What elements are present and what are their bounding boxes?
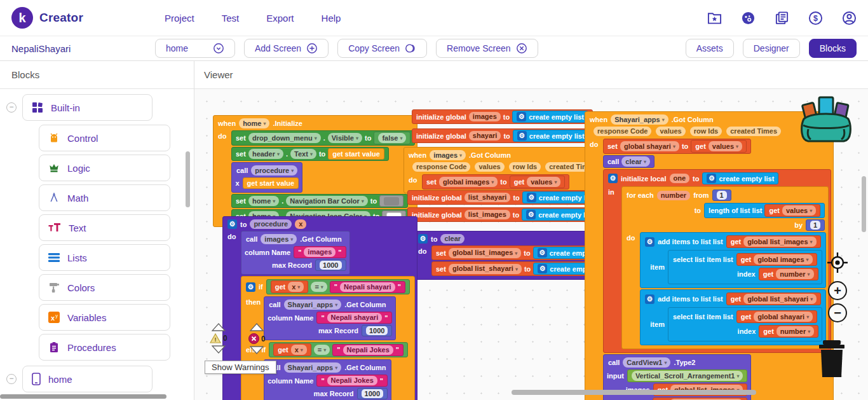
category-text[interactable]: Text (39, 214, 170, 241)
procedure-name-field[interactable]: procedure (250, 219, 292, 229)
property-dropdown[interactable]: Text (290, 149, 316, 159)
screen-dropdown[interactable]: home (239, 118, 269, 128)
blocks-canvas[interactable]: when home .Initialize do set drop_down_m… (194, 89, 868, 400)
param-row-ids[interactable]: row Ids (509, 162, 541, 172)
category-built-in[interactable]: Built-in (22, 94, 153, 121)
param-values[interactable]: values (656, 127, 685, 136)
block-if-elseif[interactable]: ⚙ if getx = "Nepali shayari" then (241, 276, 415, 400)
variable-dropdown[interactable]: number (776, 269, 813, 279)
category-variables[interactable]: xy Variables (39, 304, 170, 331)
block-create-empty-list[interactable]: ⚙create empty list (512, 111, 588, 123)
block-get-start-value[interactable]: get start value (328, 148, 384, 160)
number-field[interactable]: 1 (810, 221, 820, 230)
block-init-global-images[interactable]: initialize global images to ⚙create empt… (412, 109, 593, 124)
variable-dropdown[interactable]: global list_shayari (449, 264, 522, 274)
block-get-values[interactable]: getvalues (764, 204, 820, 217)
mutator-gear-icon[interactable]: ⚙ (418, 234, 428, 244)
logic-dropdown[interactable]: false (378, 133, 406, 143)
tab-designer[interactable]: Designer (743, 39, 800, 58)
block-get-global-list-images[interactable]: getglobal list_images (726, 235, 821, 248)
param-response-code[interactable]: response Code (593, 127, 651, 136)
block-when-images-gotcolumn[interactable]: when images .Got Column response Code va… (403, 147, 605, 193)
component-dropdown[interactable]: CardView1 (623, 357, 670, 368)
operator-dropdown[interactable]: = (314, 345, 330, 355)
block-get-global-shayari[interactable]: getglobal shayari (736, 310, 818, 323)
variable-name-field[interactable]: list_images (465, 210, 510, 219)
procedure-dropdown[interactable]: clear (621, 156, 650, 167)
block-get-number[interactable]: getnumber (759, 325, 818, 338)
category-logic[interactable]: Logic (39, 155, 170, 181)
block-add-items-images[interactable]: ⚙ add items to list list getglobal list_… (640, 232, 826, 288)
category-procedures[interactable]: Procedures (39, 334, 170, 361)
nav-help[interactable]: Help (322, 13, 341, 24)
screen-item-home[interactable]: home (22, 366, 153, 392)
component-dropdown[interactable]: images (261, 234, 297, 244)
account-icon[interactable] (842, 11, 857, 25)
number-field[interactable]: 1 (717, 191, 727, 200)
mutator-gear-icon[interactable]: ⚙ (645, 237, 654, 247)
nav-export[interactable]: Export (266, 13, 294, 24)
variable-dropdown[interactable]: global shayari (754, 312, 813, 322)
variable-dropdown[interactable]: x (291, 345, 307, 355)
nav-project[interactable]: Project (165, 13, 194, 24)
block-get-start-value[interactable]: get start value (243, 177, 299, 189)
text-field[interactable]: Nepali Jokes (343, 345, 393, 355)
mutator-gear-icon[interactable]: ⚙ (527, 193, 536, 202)
variable-dropdown[interactable]: global shayari (620, 141, 679, 151)
mutator-gear-icon[interactable]: ⚙ (517, 112, 526, 121)
kodular-logo[interactable]: k (11, 7, 33, 29)
tab-assets[interactable]: Assets (686, 39, 734, 58)
block-set-dropdownmenu-visible[interactable]: set drop_down_menu . Visible to false (231, 130, 415, 146)
add-screen-button[interactable]: Add Screen (244, 39, 329, 58)
property-dropdown[interactable]: Visible (328, 133, 362, 143)
block-text[interactable]: "Nepali shayari" (316, 312, 392, 324)
block-call-clear[interactable]: call clear (603, 155, 654, 168)
procedure-dropdown[interactable]: procedure (251, 165, 297, 176)
tab-blocks[interactable]: Blocks (809, 39, 857, 58)
category-math[interactable]: Math (39, 184, 170, 211)
news-icon[interactable] (775, 11, 789, 25)
block-set-global-images[interactable]: set global images to getvalues (422, 174, 569, 190)
block-get-x[interactable]: getx (271, 280, 309, 293)
number-field[interactable]: 1000 (362, 389, 383, 398)
variable-dropdown[interactable]: values (782, 205, 816, 216)
property-dropdown[interactable]: Navigation Bar Color (286, 196, 367, 206)
collapse-home-icon[interactable]: − (6, 374, 17, 384)
category-control[interactable]: Control (39, 125, 170, 151)
center-blocks-icon[interactable] (826, 251, 849, 277)
projects-folder-icon[interactable] (707, 11, 722, 24)
block-get-number[interactable]: getnumber (759, 268, 818, 280)
variable-name-field[interactable]: one (670, 174, 690, 183)
block-call-shayariapps-getcolumn[interactable]: call Shayari_apps .Get Column column Nam… (264, 359, 391, 400)
component-dropdown[interactable]: header (248, 149, 283, 159)
block-text-nepali-shayari[interactable]: "Nepali shayari" (330, 281, 405, 293)
block-call-images-getcolumn[interactable]: call images .Get Column column Name "ima… (241, 231, 350, 275)
remove-screen-button[interactable]: Remove Screen (436, 39, 538, 58)
backpack-icon[interactable] (799, 92, 853, 147)
color-swatch-gray[interactable] (384, 197, 399, 205)
component-dropdown[interactable]: Shayari_apps (284, 300, 342, 310)
component-dropdown[interactable]: drop_down_menu (248, 133, 321, 143)
block-for-each-number[interactable]: for each number from 1 to length of list… (621, 186, 829, 349)
block-when-home-initialize[interactable]: when home .Initialize do set drop_down_m… (213, 115, 417, 227)
community-icon[interactable] (741, 11, 756, 25)
block-call-procedure[interactable]: call procedure x get start value (231, 162, 302, 193)
arrow-down-icon[interactable] (212, 345, 226, 354)
block-equals-compare[interactable]: getx = "Nepali shayari" (266, 279, 410, 294)
block-get-values[interactable]: getvalues (691, 140, 747, 153)
variable-dropdown[interactable]: global list_images (743, 237, 816, 247)
mutator-gear-icon[interactable]: ⚙ (645, 294, 654, 304)
variable-dropdown[interactable]: global list_images (449, 248, 521, 258)
arrow-down-icon[interactable] (250, 346, 264, 354)
block-set-navbar-color[interactable]: set home . Navigation Bar Color to (231, 194, 408, 208)
block-false[interactable]: false (374, 132, 410, 144)
text-field[interactable]: Nepali shayari (340, 282, 395, 292)
block-number-1[interactable]: 1 (806, 219, 825, 231)
block-init-local-one[interactable]: ⚙ initialize local one to ⚙create empty … (603, 169, 831, 353)
category-lists[interactable]: Lists (39, 244, 170, 271)
zoom-in-button[interactable]: + (828, 281, 847, 300)
variable-dropdown[interactable]: x (288, 282, 304, 292)
variable-name-field[interactable]: shayari (469, 131, 501, 141)
block-select-list-item[interactable]: select list item list getglobal shayari … (668, 307, 822, 341)
category-colors[interactable]: Colors (39, 274, 170, 301)
